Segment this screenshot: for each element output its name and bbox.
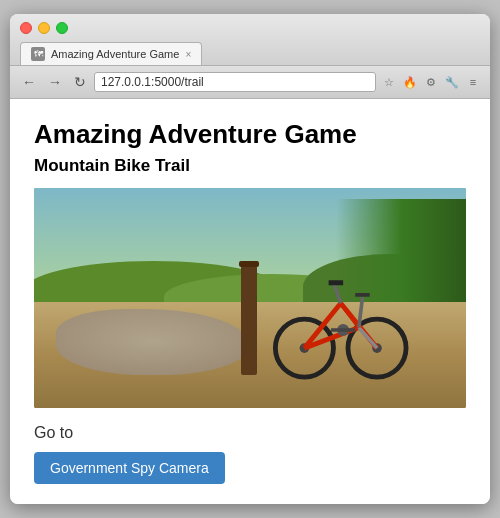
traffic-lights [20,22,480,34]
nav-bar: ← → ↻ 127.0.0.1:5000/trail ☆ 🔥 ⚙ 🔧 ≡ [10,66,490,99]
sync-icon[interactable]: ⚙ [422,73,440,91]
tab-title: Amazing Adventure Game [51,48,179,60]
star-icon[interactable]: ☆ [380,73,398,91]
government-spy-camera-button[interactable]: Government Spy Camera [34,452,225,484]
svg-line-11 [335,285,341,303]
page-subtitle: Mountain Bike Trail [34,156,466,176]
security-icon: 🔥 [401,73,419,91]
extension-icon[interactable]: 🔧 [443,73,461,91]
maximize-button[interactable] [56,22,68,34]
browser-window: 🗺 Amazing Adventure Game × ← → ↻ 127.0.0… [10,14,490,504]
tab-close-icon[interactable]: × [185,49,191,60]
close-button[interactable] [20,22,32,34]
bike [250,261,431,382]
page-content: Amazing Adventure Game Mountain Bike Tra… [10,99,490,504]
tab-favicon: 🗺 [31,47,45,61]
browser-tab[interactable]: 🗺 Amazing Adventure Game × [20,42,202,65]
tab-bar: 🗺 Amazing Adventure Game × [20,42,480,65]
forward-button[interactable]: → [44,72,66,92]
svg-line-7 [341,303,359,327]
url-text: 127.0.0.1:5000/trail [101,75,369,89]
title-bar: 🗺 Amazing Adventure Game × [10,14,490,66]
menu-icon[interactable]: ≡ [464,73,482,91]
trail-image [34,188,466,408]
nav-icons: ☆ 🔥 ⚙ 🔧 ≡ [380,73,482,91]
svg-line-8 [359,327,377,348]
minimize-button[interactable] [38,22,50,34]
address-bar[interactable]: 127.0.0.1:5000/trail [94,72,376,92]
page-title: Amazing Adventure Game [34,119,466,150]
back-button[interactable]: ← [18,72,40,92]
refresh-button[interactable]: ↻ [70,72,90,92]
goto-label: Go to [34,424,466,442]
